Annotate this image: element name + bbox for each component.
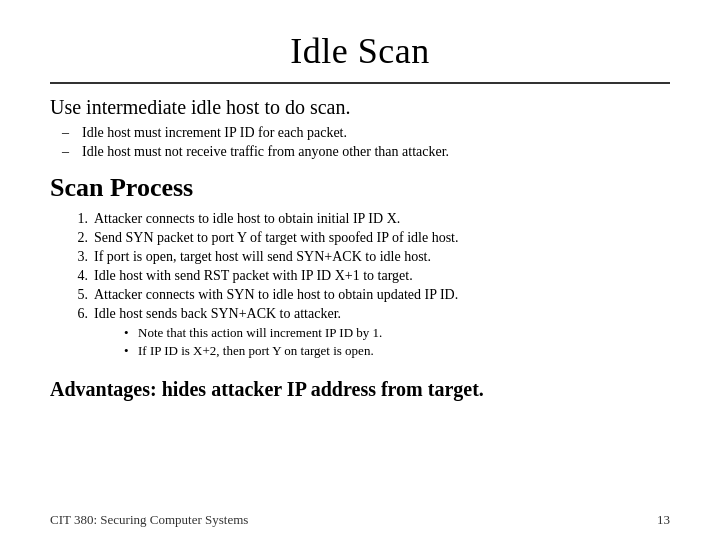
step-2: 2.Send SYN packet to port Y of target wi… xyxy=(70,230,670,246)
advantage-text: Advantages: hides attacker IP address fr… xyxy=(50,378,670,401)
footer: CIT 380: Securing Computer Systems 13 xyxy=(0,512,720,528)
step-3: 3.If port is open, target host will send… xyxy=(70,249,670,265)
slide: Idle Scan Use intermediate idle host to … xyxy=(0,0,720,540)
slide-title: Idle Scan xyxy=(50,30,670,72)
subtitle: Use intermediate idle host to do scan. xyxy=(50,96,670,119)
intro-bullet-list: Idle host must increment IP ID for each … xyxy=(70,125,670,163)
intro-bullet-1: Idle host must increment IP ID for each … xyxy=(70,125,670,141)
step-1: 1.Attacker connects to idle host to obta… xyxy=(70,211,670,227)
step-4: 4.Idle host with send RST packet with IP… xyxy=(70,268,670,284)
intro-bullet-2: Idle host must not receive traffic from … xyxy=(70,144,670,160)
sub-bullet-list: Note that this action will increment IP … xyxy=(124,325,382,359)
step-5: 5.Attacker connects with SYN to idle hos… xyxy=(70,287,670,303)
footer-page: 13 xyxy=(657,512,670,528)
footer-course: CIT 380: Securing Computer Systems xyxy=(50,512,248,528)
section-title: Scan Process xyxy=(50,173,670,203)
step-6: 6. Idle host sends back SYN+ACK to attac… xyxy=(70,306,670,361)
sub-note-1: Note that this action will increment IP … xyxy=(124,325,382,341)
sub-note-2: If IP ID is X+2, then port Y on target i… xyxy=(124,343,382,359)
numbered-list: 1.Attacker connects to idle host to obta… xyxy=(70,211,670,364)
divider xyxy=(50,82,670,84)
